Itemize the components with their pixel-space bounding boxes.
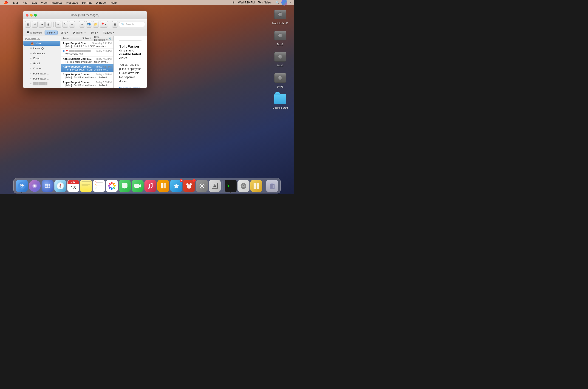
email-row[interactable]: Apple Support Commu... Today 5:03 PM [iM…	[61, 80, 114, 88]
dock-icon-photos[interactable]	[106, 180, 118, 192]
svg-point-26	[112, 186, 115, 189]
svg-point-28	[108, 186, 111, 189]
tab-inbox[interactable]: Inbox ▾	[45, 30, 58, 35]
dock-icon-terminal[interactable]: $ _	[225, 180, 237, 192]
sidebar-aboutmacs-label: aboutmacs	[33, 52, 45, 55]
sidebar-item-inbox[interactable]: ▼ 📥 Inbox	[23, 41, 60, 46]
tab-sent[interactable]: Sent ▾	[89, 30, 100, 35]
dock-icon-safari[interactable]	[55, 180, 66, 192]
email-row[interactable]: Apple Support Commu... Today 4:33 PM Re:…	[61, 57, 114, 64]
sidebar-item-icloud[interactable]: ✉ iCloud	[23, 56, 60, 61]
sidebar-item-gmail[interactable]: ✉ Gmail	[23, 61, 60, 66]
email-time: 4:33 PM	[103, 58, 112, 60]
menu-window[interactable]: Window	[94, 0, 108, 5]
desktop-icon-disk1[interactable]: Disk1	[271, 29, 289, 46]
maximize-button[interactable]	[34, 14, 37, 17]
svg-rect-31	[134, 184, 139, 188]
desktop-icon-disk3[interactable]: Disk3	[271, 71, 289, 88]
unread-dot	[63, 50, 64, 52]
menu-view[interactable]: View	[39, 0, 49, 5]
dock-icon-calendar[interactable]: JUL 13	[67, 180, 79, 192]
email-row[interactable]: Apple Support Commu... Today 4:35 PM [iM…	[61, 72, 114, 80]
folder-graphic	[274, 94, 286, 104]
menubar-display-icon[interactable]: 🖥	[231, 1, 236, 4]
reply-button[interactable]: ↩	[32, 21, 38, 28]
sidebar-item-acc3[interactable]: ✉ ████████	[23, 81, 60, 86]
desktop-icons: Macintosh HD Disk1 Disk2 Disk3 Desktop S…	[271, 8, 289, 109]
menubar-notification-icon[interactable]: ≡	[289, 1, 292, 4]
next-button[interactable]: →	[69, 21, 75, 28]
dock-icon-vectorize[interactable]	[209, 180, 221, 192]
trash-icon-graphic	[266, 180, 278, 192]
sidebar-item-postmaster1[interactable]: ✉ Postmaster ...	[23, 71, 60, 76]
email-time: 4:33 PM	[103, 65, 112, 68]
dock-icon-siri[interactable]	[29, 180, 41, 192]
menu-format[interactable]: Format	[80, 0, 93, 5]
junk-button[interactable]: 🗑	[112, 21, 118, 28]
menubar-search-icon[interactable]: 🔍	[275, 1, 280, 4]
search-box[interactable]: 🔍 Search	[119, 22, 145, 27]
prev-button[interactable]: ←	[55, 21, 61, 28]
move-button[interactable]: 📁	[93, 21, 99, 28]
compose-button[interactable]: ✏	[79, 21, 85, 28]
menubar-user[interactable]: Tom Nelson	[257, 1, 273, 4]
sidebar-item-postmaster2[interactable]: ✉ Postmaster ...	[23, 76, 60, 81]
tab-mailboxes[interactable]: ☰ Mailboxes	[25, 30, 44, 35]
dock-icon-bear[interactable]: 1	[183, 180, 195, 192]
dock-icon-messages[interactable]	[119, 180, 131, 192]
mail-icon: ✉	[30, 67, 32, 70]
email-row-selected[interactable]: Apple Support Commu... Today 4:33 PM Re:…	[61, 64, 114, 72]
email-preview[interactable]: Split Fusion drive and disable failed dr…	[114, 36, 147, 88]
get-mail-button[interactable]: 📬	[86, 21, 92, 28]
menu-mailbox[interactable]: Mailbox	[50, 0, 64, 5]
email-row[interactable]: 🚩 ████████████ Today 1:05 PM Wednesday s…	[61, 49, 114, 57]
dock-icon-reminders[interactable]	[93, 180, 105, 192]
safari-icon-graphic	[55, 180, 66, 192]
flag-button[interactable]: 🚩▾	[100, 21, 108, 28]
email-row[interactable]: Apple Support Commu... Yesterday 6:21 PM…	[61, 41, 114, 49]
dock-icon-trash[interactable]	[266, 180, 278, 192]
sidebar-item-virus[interactable]: ✉ virus	[23, 86, 60, 88]
dock-icon-diskutil[interactable]	[238, 180, 249, 192]
toolbar: 🗑 ↩ ↪ 🖨 ← ⇆ → ✏ 📬 📁 🚩▾ 🗑 🔍 Search	[23, 19, 147, 30]
tab-flagged[interactable]: Flagged ▾	[101, 30, 117, 35]
print-button[interactable]: 🖨	[45, 21, 51, 28]
titlebar: Inbox (3301 messages)	[23, 11, 147, 19]
sidebar-item-tnelson[interactable]: ✉ tnelson@...	[23, 46, 60, 51]
dock-icon-sysprefs[interactable]	[196, 180, 208, 192]
menu-mail[interactable]: Mail	[11, 0, 20, 5]
dock-icon-appstore[interactable]: 2	[170, 180, 182, 192]
dock-icon-finder[interactable]	[16, 180, 28, 192]
forward-button[interactable]: ↪	[39, 21, 45, 28]
appstore-badge: 2	[180, 179, 183, 182]
dock-icon-notes[interactable]	[80, 180, 92, 192]
desktop-icon-disk2[interactable]: Disk2	[271, 50, 289, 67]
apple-menu[interactable]: 🍎	[2, 0, 10, 5]
dock-icon-music[interactable]	[145, 180, 156, 192]
dock-icon-books[interactable]	[157, 180, 169, 192]
tab-vips[interactable]: VIPs ▾	[58, 30, 70, 35]
menu-help[interactable]: Help	[109, 0, 119, 5]
close-button[interactable]	[26, 14, 29, 17]
menu-file[interactable]: File	[21, 0, 30, 5]
menubar-status-circle[interactable]	[281, 0, 287, 5]
minimize-button[interactable]	[30, 14, 33, 17]
svg-point-14	[45, 187, 47, 188]
delete-button[interactable]: 🗑	[25, 21, 31, 28]
swap-button[interactable]: ⇆	[62, 21, 68, 28]
mailboxes-icon: ☰	[27, 31, 30, 34]
dock-icon-facetime[interactable]	[132, 180, 144, 192]
sidebar-item-charter[interactable]: ✉ Charter	[23, 66, 60, 71]
menu-edit[interactable]: Edit	[30, 0, 39, 5]
dock-icon-launchpad[interactable]	[42, 180, 54, 192]
bear-badge: 1	[192, 179, 196, 182]
tab-drafts[interactable]: Drafts (5) ▾	[71, 30, 88, 35]
desktop-icon-desktop-stuff[interactable]: Desktop Stuff	[271, 93, 289, 109]
disclosure-icon: ▼	[27, 42, 29, 44]
fusion-drive-link[interactable]: Split Your Fusion Drive Apart	[119, 87, 140, 88]
svg-rect-56	[253, 186, 256, 189]
desktop-icon-macintosh-hd[interactable]: Macintosh HD	[271, 8, 289, 25]
menu-message[interactable]: Message	[64, 0, 80, 5]
dock-icon-winstall[interactable]	[250, 180, 262, 192]
sidebar-item-aboutmacs[interactable]: ✉ aboutmacs	[23, 51, 60, 56]
